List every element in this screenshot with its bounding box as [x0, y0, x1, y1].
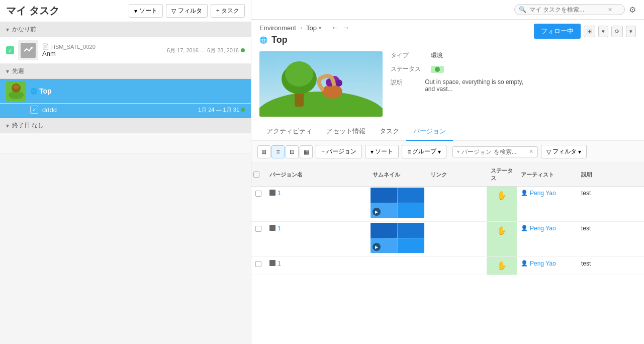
table-row: 1 ✋ 👤 Peng Yao test: [251, 257, 644, 275]
th-version-name[interactable]: バージョン名: [265, 169, 369, 181]
section-kanari-mae[interactable]: ▾ かなり前: [0, 22, 251, 37]
search-versions[interactable]: ▾ ✕: [452, 146, 538, 157]
thumb-q4-r2: [398, 238, 424, 253]
section-senshu[interactable]: ▾ 先週: [0, 64, 251, 79]
nav-prev-arrow[interactable]: ←: [331, 24, 338, 32]
thumb-q1-r2: [371, 223, 397, 238]
task-item-top[interactable]: 🌐 Top: [0, 79, 251, 104]
entity-globe-icon: 🌐: [259, 36, 267, 44]
sub-task-dot: [241, 108, 245, 112]
sub-task-dates: 1月 24 — 1月 31: [198, 106, 245, 114]
search-clear-icon[interactable]: ✕: [608, 7, 612, 13]
table-view-icon[interactable]: ▦: [300, 145, 313, 158]
search-bar[interactable]: 🔍 ✕: [514, 4, 625, 15]
tab-tasks[interactable]: タスク: [373, 123, 406, 141]
layout-icon-button[interactable]: ⊞: [584, 26, 595, 37]
sub-task-checkbox[interactable]: ✓: [30, 106, 38, 114]
status-hand-icon-r3: ✋: [497, 261, 507, 271]
dropdown-button[interactable]: ▾: [598, 26, 608, 37]
filter-button[interactable]: ▽ フィルタ: [166, 4, 208, 18]
td-name-r3: 1: [265, 257, 369, 275]
sort-button[interactable]: ▾ ソート: [129, 4, 163, 18]
artist-person-icon-r2: 👤: [521, 225, 528, 231]
refresh-button[interactable]: ⟳: [611, 26, 623, 37]
column-view-icon[interactable]: ⊟: [286, 145, 299, 158]
td-thumb-r2: ▶: [369, 222, 426, 256]
artist-link-r1[interactable]: Peng Yao: [530, 190, 556, 197]
tab-asset-info[interactable]: アセット情報: [319, 123, 373, 141]
search-versions-input[interactable]: [462, 148, 527, 155]
th-checkbox[interactable]: [251, 171, 265, 178]
breadcrumb-nav: ← →: [331, 24, 349, 32]
gear-icon[interactable]: ⚙: [629, 5, 636, 15]
meta-row-desc: 説明 Out in space, everything is so empty,…: [391, 78, 534, 93]
row3-checkbox[interactable]: [255, 261, 261, 267]
artist-person-icon-r1: 👤: [521, 190, 528, 196]
td-desc-r1: test: [577, 187, 644, 221]
table-header-row: バージョン名 サムネイル リンク ステータス アーティスト 説明: [251, 163, 644, 187]
nav-next-arrow[interactable]: →: [342, 24, 349, 32]
section-shuryo-nashi[interactable]: ▾ 終了日 なし: [0, 118, 251, 133]
version-link-r1[interactable]: 1: [278, 190, 281, 197]
artist-link-r3[interactable]: Peng Yao: [530, 260, 556, 267]
filter-versions-button[interactable]: ▽ フィルタ ▾: [541, 145, 587, 158]
group-versions-button[interactable]: ≡ グループ ▾: [402, 145, 446, 158]
status-dot-icon: [435, 67, 440, 72]
versions-table: バージョン名 サムネイル リンク ステータス アーティスト 説明 1: [251, 163, 644, 344]
td-artist-r3: 👤 Peng Yao: [517, 257, 577, 275]
main-panel: 🔍 ✕ ⚙ Environment › Top ▾ ←: [251, 0, 644, 344]
search-v-clear-icon[interactable]: ✕: [529, 148, 533, 155]
add-version-button[interactable]: + バージョン: [316, 145, 362, 158]
task-checkbox-anm[interactable]: ✓: [6, 46, 14, 54]
tabs: アクティビティ アセット情報 タスク バージョン: [251, 123, 644, 141]
td-link-r3: [426, 257, 487, 275]
version-type-icon-r3: [269, 260, 275, 266]
tab-activity[interactable]: アクティビティ: [259, 123, 319, 141]
thumb-q2-r1: [398, 188, 424, 203]
search-v-caret-icon: ▾: [457, 149, 459, 154]
svg-point-10: [285, 61, 313, 87]
group-icon: ≡: [407, 148, 411, 155]
task-group-top[interactable]: 🌐 Top ✓ dddd 1月 24 — 1月 31: [0, 79, 251, 118]
sidebar: マイ タスク ▾ ソート ▽ フィルタ + タスク ▾ かなり前: [0, 0, 251, 344]
search-input[interactable]: [529, 6, 605, 13]
entity-body: タイプ 環境 ステータス 説明 Out in space, everything…: [259, 51, 534, 117]
header-checkbox[interactable]: [253, 171, 259, 178]
status-badge: [431, 66, 444, 73]
version-thumbnail-r1[interactable]: ▶: [371, 188, 424, 218]
sort-versions-button[interactable]: ▾ ソート: [365, 145, 399, 158]
section-empty-shuryo: [0, 133, 251, 153]
svg-point-1: [31, 47, 33, 49]
more-button[interactable]: ▾: [626, 26, 636, 37]
table-row: 1 ▶ ✋: [251, 187, 644, 222]
list-view-icon[interactable]: ≡: [271, 145, 285, 158]
grid-view-icon[interactable]: ⊞: [257, 145, 270, 158]
thumb-q2-r2: [398, 223, 424, 238]
artist-link-r2[interactable]: Peng Yao: [530, 225, 556, 232]
version-link-r3[interactable]: 1: [278, 260, 281, 267]
tab-versions[interactable]: バージョン: [406, 123, 453, 141]
task-info-anm: 📄 HSM_SATL_0020 Anm: [42, 43, 163, 57]
row1-checkbox[interactable]: [255, 191, 261, 197]
version-link-r2[interactable]: 1: [278, 225, 281, 232]
row2-checkbox[interactable]: [255, 226, 261, 232]
add-task-button[interactable]: + タスク: [211, 4, 245, 18]
section-caret-shuryo-icon: ▾: [6, 122, 9, 129]
sidebar-actions: ▾ ソート ▽ フィルタ + タスク: [129, 4, 245, 18]
follow-button[interactable]: フォロー中: [534, 24, 581, 39]
sub-task-dddd[interactable]: ✓ dddd 1月 24 — 1月 31: [0, 104, 251, 118]
breadcrumb-dropdown-icon[interactable]: ▾: [319, 25, 321, 31]
svg-point-5: [13, 85, 19, 89]
status-hand-icon-r2: ✋: [497, 226, 507, 235]
view-icons: ⊞ ≡ ⊟ ▦: [257, 145, 313, 158]
version-type-icon-r2: [269, 225, 275, 231]
entity-meta: タイプ 環境 ステータス 説明 Out in space, everything…: [391, 51, 534, 117]
filter-v-caret-icon: ▾: [578, 148, 581, 155]
play-button-r1[interactable]: ▶: [373, 208, 381, 216]
version-thumbnail-r2[interactable]: ▶: [371, 223, 424, 253]
play-button-r2[interactable]: ▶: [373, 243, 381, 251]
task-item-anm[interactable]: ✓ 📄 HSM_SATL_0020 Anm 6月 17, 2016 — 6月 2…: [0, 37, 251, 64]
td-check-r1: [251, 187, 265, 221]
breadcrumb-parent[interactable]: Environment: [259, 24, 296, 32]
td-desc-r3: test: [577, 257, 644, 275]
